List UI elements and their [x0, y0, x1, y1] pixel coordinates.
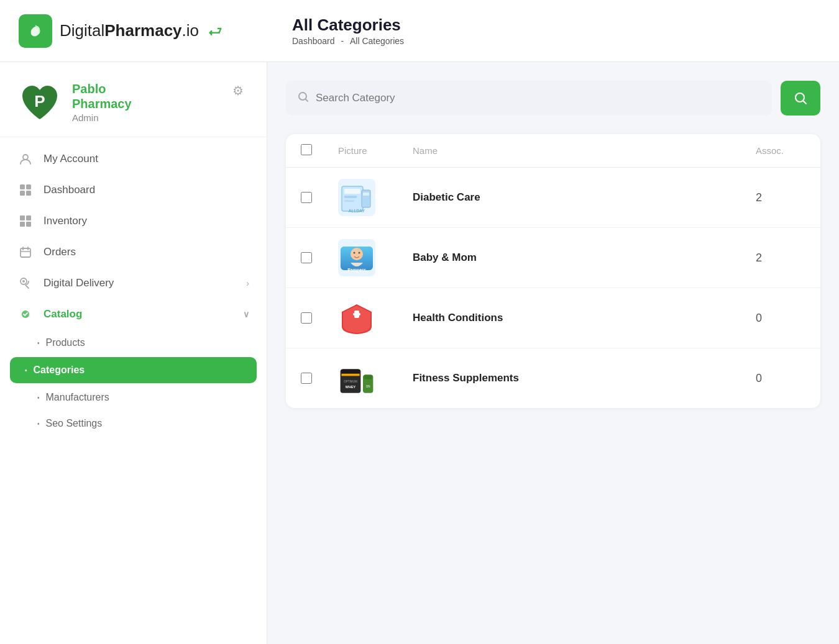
row-name: Diabetic Care: [413, 191, 756, 204]
row-assoc: 0: [756, 312, 805, 325]
search-input[interactable]: [316, 92, 761, 104]
sidebar-item-inventory[interactable]: Inventory: [0, 206, 267, 237]
category-image-health: [338, 299, 375, 337]
orders-icon: [17, 245, 34, 259]
table-row: ALLDAY Diabetic Care 2: [286, 168, 820, 228]
sidebar-item-manufacturers-label: Manufacturers: [46, 392, 109, 403]
svg-rect-38: [364, 375, 372, 379]
sidebar-item-catalog-label: Catalog: [44, 308, 233, 320]
profile-info: Pablo Pharmacy Admin: [72, 81, 249, 123]
svg-rect-3: [20, 184, 25, 189]
logo-text: DigitalPharmacy.io ⮐: [60, 21, 222, 40]
header-name: Name: [413, 145, 756, 156]
svg-rect-22: [363, 193, 369, 196]
header-picture: Picture: [338, 145, 413, 156]
page-title: All Categories: [292, 16, 404, 35]
row-name: Health Conditions: [413, 312, 756, 324]
main-content: Picture Name Assoc.: [267, 62, 839, 644]
category-image-baby: Pampers: [338, 239, 375, 276]
sidebar-item-catalog[interactable]: Catalog ∨: [0, 299, 267, 330]
breadcrumb-sep: -: [341, 36, 344, 46]
svg-rect-34: [341, 374, 359, 376]
search-bar-row: [286, 81, 820, 116]
sidebar-item-orders[interactable]: Orders: [0, 237, 267, 268]
dot-icon: •: [37, 340, 40, 347]
search-icon: [297, 91, 309, 106]
svg-text:WHEY: WHEY: [346, 385, 356, 389]
category-image-fitness: WHEY OPTIMUM ON: [338, 360, 375, 397]
sidebar-item-manufacturers[interactable]: • Manufacturers: [0, 384, 267, 410]
inventory-icon: [17, 214, 34, 228]
svg-point-28: [359, 252, 360, 254]
svg-rect-19: [344, 196, 357, 198]
row-checkbox[interactable]: [301, 252, 338, 263]
breadcrumb-home[interactable]: Dashboard: [292, 36, 335, 46]
svg-rect-31: [354, 311, 359, 318]
row-picture: WHEY OPTIMUM ON: [338, 360, 413, 397]
svg-point-27: [354, 252, 355, 254]
row-checkbox[interactable]: [301, 312, 338, 324]
svg-text:Pampers: Pampers: [347, 268, 366, 273]
nav-section: My Account Dashboard: [0, 137, 267, 443]
table-header: Picture Name Assoc.: [286, 134, 820, 168]
row-select-checkbox[interactable]: [301, 373, 312, 384]
sidebar-item-orders-label: Orders: [44, 246, 249, 258]
table-row: Pampers Baby & Mom 2: [286, 228, 820, 288]
svg-text:P: P: [34, 92, 45, 111]
header-checkbox[interactable]: [301, 144, 338, 157]
svg-rect-9: [20, 222, 25, 227]
sidebar-item-products[interactable]: • Products: [0, 330, 267, 356]
table-row: WHEY OPTIMUM ON Fitness Supplements 0: [286, 348, 820, 408]
sidebar-item-inventory-label: Inventory: [44, 215, 249, 227]
category-image-diabetic: ALLDAY: [338, 179, 375, 216]
breadcrumb: Dashboard - All Categories: [292, 36, 404, 46]
row-picture: [338, 299, 413, 337]
user-icon: [17, 152, 34, 166]
svg-rect-10: [26, 222, 31, 227]
row-select-checkbox[interactable]: [301, 312, 312, 324]
sidebar-item-digital-delivery[interactable]: Digital Delivery ›: [0, 268, 267, 299]
sidebar: P Pablo Pharmacy Admin ⚙: [0, 62, 267, 644]
row-checkbox[interactable]: [301, 192, 338, 203]
sidebar-item-seo-settings[interactable]: • Seo Settings: [0, 410, 267, 437]
svg-rect-8: [26, 215, 31, 220]
svg-point-16: [795, 93, 804, 102]
svg-rect-11: [21, 248, 30, 257]
svg-rect-20: [344, 200, 354, 202]
svg-rect-5: [20, 191, 25, 196]
row-name: Fitness Supplements: [413, 372, 756, 384]
svg-point-15: [299, 93, 306, 100]
sidebar-item-my-account[interactable]: My Account: [0, 143, 267, 175]
search-button[interactable]: [781, 81, 820, 116]
header-assoc: Assoc.: [756, 145, 805, 156]
dot-icon: •: [25, 367, 27, 374]
catalog-icon: [17, 307, 34, 321]
logo-icon: [19, 14, 52, 48]
row-assoc: 2: [756, 252, 805, 265]
sidebar-item-categories[interactable]: • Categories: [10, 357, 257, 383]
dot-icon: •: [37, 420, 40, 427]
svg-rect-6: [26, 191, 31, 196]
select-all-checkbox[interactable]: [301, 144, 312, 155]
svg-rect-18: [344, 189, 360, 194]
row-picture: ALLDAY: [338, 179, 413, 216]
row-select-checkbox[interactable]: [301, 192, 312, 203]
chevron-down-icon: ∨: [243, 309, 249, 319]
logo-arrow-icon: ⮐: [208, 24, 222, 39]
dashboard-icon: [17, 183, 34, 197]
logo-area: DigitalPharmacy.io ⮐: [19, 14, 286, 48]
dot-icon: •: [37, 394, 40, 401]
sidebar-item-seo-settings-label: Seo Settings: [46, 418, 103, 429]
chevron-right-icon: ›: [246, 278, 249, 288]
row-assoc: 0: [756, 372, 805, 385]
row-checkbox[interactable]: [301, 373, 338, 384]
breadcrumb-current: All Categories: [350, 36, 404, 46]
page-title-area: All Categories Dashboard - All Categorie…: [286, 16, 404, 46]
row-name: Baby & Mom: [413, 252, 756, 264]
row-select-checkbox[interactable]: [301, 252, 312, 263]
sidebar-item-categories-label: Categories: [34, 365, 85, 376]
profile-section: P Pablo Pharmacy Admin ⚙: [0, 62, 267, 137]
gear-button[interactable]: ⚙: [227, 79, 249, 102]
header: DigitalPharmacy.io ⮐ All Categories Dash…: [0, 0, 839, 62]
sidebar-item-dashboard[interactable]: Dashboard: [0, 175, 267, 206]
